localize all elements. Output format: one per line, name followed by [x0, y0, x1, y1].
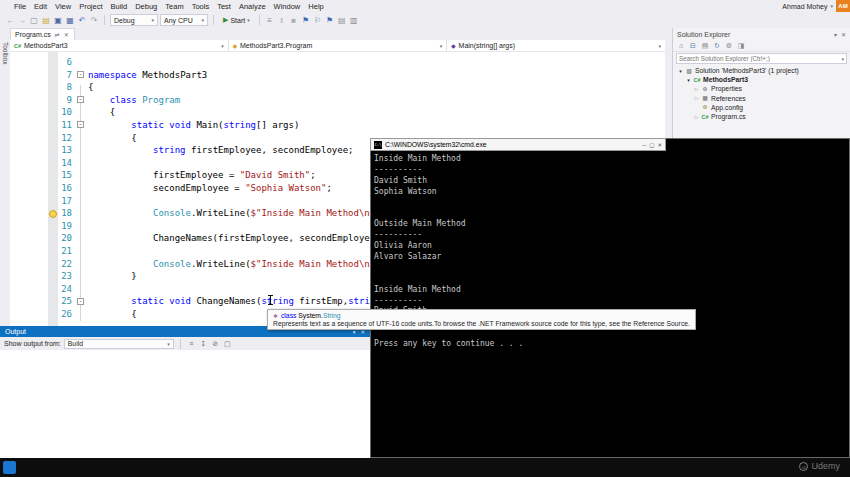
- fold-toggle-icon[interactable]: -: [77, 96, 84, 103]
- undo-icon[interactable]: ↶: [77, 16, 87, 25]
- fold-toggle-icon[interactable]: -: [77, 298, 84, 305]
- navigation-bar: C# MethodsPart3 ▾ ◆ MethodsPart3.Program…: [10, 40, 665, 52]
- menu-item-help[interactable]: Help: [304, 2, 327, 11]
- chevron-down-icon: ▾: [221, 43, 224, 49]
- menu-item-test[interactable]: Test: [213, 2, 235, 11]
- new-project-icon[interactable]: ▢: [29, 16, 39, 25]
- goto-message-icon[interactable]: ↧: [199, 340, 208, 348]
- avatar[interactable]: AM: [836, 0, 850, 12]
- fold-toggle-icon[interactable]: -: [77, 71, 84, 78]
- attach-icon[interactable]: ≡: [265, 16, 275, 25]
- tree-item-app-config[interactable]: ⚙App.config: [673, 103, 850, 112]
- open-file-icon[interactable]: ▤: [41, 16, 51, 25]
- close-icon[interactable]: ✕: [657, 142, 662, 148]
- tab-program-cs[interactable]: Program.cs ⇄✕: [10, 28, 75, 40]
- solution-explorer-toolbar: ⌂⊟▤↻⚙◨: [673, 40, 850, 52]
- output-source-select[interactable]: Build ▾: [64, 339, 174, 349]
- preview-icon[interactable]: ◨: [737, 42, 745, 50]
- csharp-file-icon: C#: [700, 114, 710, 120]
- console-window[interactable]: C:\ C:\WINDOWS\system32\cmd.exe ─ ▢ ✕ In…: [370, 138, 850, 458]
- home-icon[interactable]: ⌂: [677, 42, 685, 49]
- minimize-icon[interactable]: ─: [642, 142, 646, 148]
- close-icon[interactable]: ✕: [841, 31, 846, 38]
- taskbar-app-icon[interactable]: [3, 461, 16, 474]
- menu-item-file[interactable]: File: [10, 2, 30, 11]
- comment-icon[interactable]: ▤: [337, 16, 347, 25]
- tree-item-properties[interactable]: ▷⚙Properties: [673, 84, 850, 93]
- text-cursor: [267, 295, 274, 305]
- menu-item-analyze[interactable]: Analyze: [235, 2, 270, 11]
- start-debugging-button[interactable]: ▶ Start ▾: [219, 16, 254, 24]
- menu-item-view[interactable]: View: [51, 2, 75, 11]
- solution-search-box[interactable]: ▾: [676, 53, 847, 64]
- output-toolbar: Show output from: Build ▾ ≡↧⊘▢: [0, 337, 370, 350]
- menu-bar: FileEditViewProjectBuildDebugTeamToolsTe…: [0, 0, 850, 12]
- redo-icon[interactable]: ↷: [89, 16, 99, 25]
- show-all-files-icon[interactable]: ▤: [701, 42, 709, 50]
- menu-item-debug[interactable]: Debug: [131, 2, 161, 11]
- maximize-icon[interactable]: ▢: [649, 142, 654, 148]
- close-tab-icon[interactable]: ✕: [63, 31, 70, 38]
- fold-toggle-icon[interactable]: -: [77, 121, 84, 128]
- code-text: static void Main(string[] args): [88, 119, 299, 132]
- bookmark-icon[interactable]: ⚑: [301, 16, 311, 25]
- console-line: Outside Main Method: [374, 219, 523, 230]
- show-output-from-label: Show output from:: [4, 340, 61, 347]
- prev-bookmark-icon[interactable]: ⚐: [313, 16, 323, 25]
- search-input[interactable]: [679, 55, 841, 62]
- menu-item-edit[interactable]: Edit: [30, 2, 51, 11]
- menu-item-tools[interactable]: Tools: [188, 2, 214, 11]
- message-list-icon[interactable]: ≡: [187, 340, 196, 348]
- next-bookmark-icon[interactable]: ⚑: [325, 16, 335, 25]
- solution-platform-select[interactable]: Any CPU ▾: [160, 14, 208, 26]
- breadcrumb-member[interactable]: ◆ Main(string[] args) ▾: [447, 40, 665, 51]
- menu-item-window[interactable]: Window: [270, 2, 305, 11]
- solution-configuration-select[interactable]: Debug ▾: [110, 14, 158, 26]
- word-wrap-icon[interactable]: ▢: [223, 340, 232, 348]
- menu-item-team[interactable]: Team: [161, 2, 187, 11]
- window-position-icon[interactable]: ▾: [834, 31, 837, 38]
- tree-item-program-cs[interactable]: ▷C#Program.cs: [673, 112, 850, 121]
- breadcrumb-type[interactable]: ◆ MethodsPart3.Program ▾: [229, 40, 448, 51]
- line-number: 26: [56, 308, 72, 321]
- navigate-backward-icon[interactable]: ←: [5, 16, 15, 25]
- expander-icon[interactable]: ▾: [677, 68, 684, 74]
- expander-icon[interactable]: ▾: [685, 77, 692, 83]
- solution-tree: ▾▨Solution 'MethodsPart3' (1 project)▾C#…: [673, 66, 850, 121]
- console-line: Sophia Watson: [374, 187, 523, 198]
- save-icon[interactable]: ▣: [53, 16, 63, 25]
- csharp-project-icon: C#: [692, 77, 702, 83]
- chevron-down-icon: ▾: [201, 17, 204, 23]
- code-line-9: 9- class Program: [10, 94, 665, 107]
- menu-item-build[interactable]: Build: [107, 2, 132, 11]
- expander-icon[interactable]: ▷: [693, 114, 700, 120]
- breadcrumb-project[interactable]: C# MethodsPart3 ▾: [10, 40, 229, 51]
- break-all-icon[interactable]: ‖: [277, 16, 287, 25]
- collapse-all-icon[interactable]: ⊟: [689, 42, 697, 50]
- save-all-icon[interactable]: ▦: [65, 16, 75, 25]
- expander-icon[interactable]: ▷: [693, 95, 700, 101]
- float-tab-icon[interactable]: ⇄: [54, 31, 61, 38]
- signed-in-user[interactable]: Ahmad Mohey: [782, 3, 827, 10]
- line-number: 25: [56, 295, 72, 308]
- refresh-icon[interactable]: ↻: [713, 42, 721, 50]
- menu-item-project[interactable]: Project: [75, 2, 106, 11]
- tree-item-label: References: [710, 95, 746, 102]
- console-titlebar[interactable]: C:\ C:\WINDOWS\system32\cmd.exe ─ ▢ ✕: [370, 138, 666, 151]
- lightbulb-icon[interactable]: [49, 210, 57, 218]
- stop-icon[interactable]: ■: [289, 16, 299, 25]
- console-line: Inside Main Method: [374, 154, 523, 165]
- chevron-down-icon: ▾: [830, 3, 833, 9]
- uncomment-icon[interactable]: ▥: [349, 16, 359, 25]
- quick-info-tooltip: ❖ class System.String Represents text as…: [267, 309, 696, 330]
- expander-icon[interactable]: ▷: [693, 86, 700, 92]
- line-number: 13: [56, 144, 72, 157]
- clear-all-icon[interactable]: ⊘: [211, 340, 220, 348]
- tree-item-solution[interactable]: ▾▨Solution 'MethodsPart3' (1 project): [673, 66, 850, 75]
- panel-title: Solution Explorer: [677, 31, 730, 38]
- navigate-forward-icon[interactable]: →: [17, 16, 27, 25]
- properties-icon[interactable]: ⚙: [725, 42, 733, 50]
- tree-item-project-methodspart3[interactable]: ▾C#MethodsPart3: [673, 75, 850, 84]
- tree-item-references[interactable]: ▷▦References: [673, 94, 850, 103]
- output-panel: Output ▾ ✕ Show output from: Build ▾ ≡↧⊘…: [0, 326, 370, 458]
